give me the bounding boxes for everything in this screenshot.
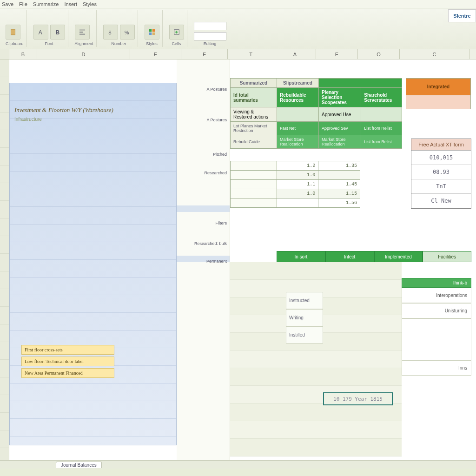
- active-cell[interactable]: 10 179 Year 1815: [323, 392, 393, 405]
- cell[interactable]: Viewing & Restored actions: [231, 107, 277, 122]
- cell[interactable]: 1.1: [277, 180, 318, 189]
- cell[interactable]: Approved Sev: [319, 122, 361, 135]
- cell[interactable]: Approved Use: [319, 107, 361, 122]
- row-header[interactable]: [0, 413, 9, 430]
- cell[interactable]: Rebuild Guide: [231, 135, 277, 149]
- row-header[interactable]: [0, 360, 9, 377]
- cell[interactable]: —: [318, 171, 360, 180]
- styles-icon[interactable]: [145, 25, 159, 40]
- lower-cell[interactable]: Inns: [402, 360, 471, 376]
- cell[interactable]: List from Relist: [361, 135, 402, 149]
- word-cell[interactable]: Writing: [286, 309, 323, 326]
- row-header[interactable]: [0, 324, 9, 342]
- lower-cell[interactable]: Unisturring: [402, 303, 471, 318]
- row-header[interactable]: [0, 95, 9, 112]
- word-cell[interactable]: Instilled: [286, 326, 323, 344]
- row-header[interactable]: [0, 130, 9, 148]
- row-header[interactable]: [0, 430, 9, 448]
- result-value[interactable]: 010,015: [411, 151, 471, 165]
- lower-cell[interactable]: [402, 318, 471, 360]
- cell[interactable]: [361, 107, 402, 122]
- section-header-cell[interactable]: In sort: [277, 251, 325, 262]
- name-box[interactable]: [194, 22, 226, 30]
- cell[interactable]: Lot Planes Market Restriction: [231, 122, 277, 135]
- section-header-cell[interactable]: Facilities: [423, 251, 471, 262]
- column-header[interactable]: B: [9, 49, 37, 59]
- cell[interactable]: [231, 161, 277, 171]
- row-header[interactable]: [0, 112, 9, 130]
- percent-icon[interactable]: %: [120, 25, 135, 40]
- column-header[interactable]: E: [316, 49, 358, 59]
- row-header[interactable]: [0, 395, 9, 413]
- column-header[interactable]: C: [400, 49, 469, 59]
- cell[interactable]: 1.0: [277, 171, 318, 180]
- row-header[interactable]: [0, 307, 9, 324]
- paste-icon[interactable]: [6, 25, 20, 40]
- font-icon[interactable]: A: [33, 25, 48, 40]
- menu-item[interactable]: Insert: [64, 1, 77, 7]
- cell[interactable]: [231, 171, 277, 180]
- menu-item[interactable]: Styles: [83, 1, 97, 7]
- row-header[interactable]: [0, 271, 9, 289]
- cell[interactable]: Summarized: [231, 79, 277, 88]
- menu-item[interactable]: Summarize: [33, 1, 59, 7]
- cell[interactable]: [277, 107, 319, 122]
- section-header-cell[interactable]: Implemented: [374, 251, 423, 262]
- cell[interactable]: 1.15: [318, 189, 360, 198]
- bold-icon[interactable]: B: [50, 25, 65, 40]
- align-icon[interactable]: [75, 25, 90, 40]
- cell[interactable]: [231, 198, 277, 208]
- column-header[interactable]: A: [274, 49, 316, 59]
- row-header[interactable]: [0, 289, 9, 307]
- cell[interactable]: Sharehold Serverstates: [361, 88, 402, 107]
- cell[interactable]: [319, 79, 402, 88]
- cell[interactable]: Market Store Reallocation: [277, 135, 319, 149]
- cell[interactable]: [231, 180, 277, 189]
- result-value[interactable]: 08.93: [411, 165, 471, 179]
- select-all-corner[interactable]: [0, 49, 9, 59]
- currency-icon[interactable]: $: [103, 25, 118, 40]
- cell[interactable]: Id total summaries: [231, 88, 277, 107]
- result-value[interactable]: Cl New: [411, 194, 471, 208]
- row-header[interactable]: [0, 165, 9, 183]
- cell[interactable]: Rebuildable Resources: [277, 88, 319, 107]
- sheet-tab[interactable]: Journal Balances: [56, 462, 102, 468]
- column-header[interactable]: F: [181, 49, 228, 59]
- cell[interactable]: 1.2: [277, 161, 318, 171]
- note-cell[interactable]: New Area Permanent Financed: [21, 368, 114, 378]
- lower-cell[interactable]: Interoperations: [402, 288, 471, 303]
- cell[interactable]: 1.45: [318, 180, 360, 189]
- cell[interactable]: [277, 198, 318, 208]
- row-header[interactable]: [0, 201, 9, 218]
- row-header[interactable]: [0, 377, 9, 395]
- section-header-cell[interactable]: Infect: [325, 251, 374, 262]
- cell[interactable]: 1.35: [318, 161, 360, 171]
- row-header[interactable]: [0, 218, 9, 236]
- column-header[interactable]: O: [358, 49, 400, 59]
- cell[interactable]: 1.56: [318, 198, 360, 208]
- cell[interactable]: Plenary Selection Scoperates: [319, 88, 361, 107]
- find-box[interactable]: [194, 32, 226, 40]
- cell[interactable]: List from Relist: [361, 122, 402, 135]
- account-button[interactable]: Slentre: [448, 9, 476, 22]
- result-value[interactable]: TnT: [411, 179, 471, 194]
- cell[interactable]: Fast Net: [277, 122, 319, 135]
- column-header[interactable]: E: [130, 49, 181, 59]
- row-header[interactable]: [0, 183, 9, 201]
- row-header[interactable]: [0, 60, 9, 77]
- note-cell[interactable]: First floor cross-sets: [21, 345, 114, 355]
- cell[interactable]: [406, 95, 471, 109]
- insert-icon[interactable]: [169, 25, 184, 40]
- menu-item[interactable]: File: [19, 1, 27, 7]
- cell[interactable]: [231, 189, 277, 198]
- cell[interactable]: Integrated: [406, 79, 471, 95]
- note-cell[interactable]: Low floor: Technical door label: [21, 357, 114, 366]
- worksheet-grid[interactable]: Investment & Floorton W/Y (Warehouse) In…: [0, 60, 476, 469]
- column-header[interactable]: T: [228, 49, 274, 59]
- row-header[interactable]: [0, 236, 9, 254]
- row-header[interactable]: [0, 342, 9, 360]
- column-header[interactable]: D: [37, 49, 130, 59]
- cell[interactable]: Slipstreamed: [277, 79, 319, 88]
- word-cell[interactable]: Instructed: [286, 292, 323, 309]
- row-header[interactable]: [0, 254, 9, 271]
